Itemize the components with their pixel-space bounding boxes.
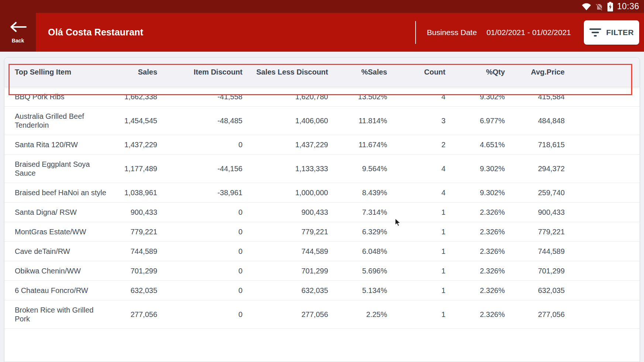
cell-sales: 1,038,961	[115, 188, 157, 197]
cell-count: 3	[387, 116, 445, 125]
cell-item-discount: 0	[157, 227, 242, 236]
cell-count: 1	[387, 266, 445, 275]
cell-avg-price: 294,372	[505, 164, 565, 173]
cell-avg-price: 415,584	[505, 92, 565, 101]
report-content: Top Selling Item Sales Item Discount Sal…	[0, 52, 644, 362]
top-selling-items-table: Top Selling Item Sales Item Discount Sal…	[4, 57, 640, 362]
cell-sales-less-discount: 1,620,780	[242, 92, 328, 101]
cell-pct-sales: 6.329%	[328, 227, 387, 236]
no-sim-icon	[595, 3, 603, 11]
table-row[interactable]: Australia Grilled Beef Tenderloin 1,454,…	[4, 107, 640, 135]
table-header-row: Top Selling Item Sales Item Discount Sal…	[4, 58, 640, 87]
cell-sales: 1,662,338	[115, 92, 157, 101]
cell-avg-price: 744,589	[505, 247, 565, 256]
filter-button-label: FILTER	[606, 28, 634, 37]
table-row[interactable]: Braised Eggplant Soya Sauce 1,177,489 -4…	[4, 155, 640, 183]
cell-pct-sales: 9.564%	[328, 164, 387, 173]
table-row[interactable]: BBQ Pork Ribs 1,662,338 -41,558 1,620,78…	[4, 87, 640, 107]
back-button-label: Back	[12, 38, 24, 44]
table-row[interactable]: 6 Chateau Foncro/RW 632,035 0 632,035 5.…	[4, 281, 640, 300]
cell-item-discount: 0	[157, 310, 242, 319]
column-header-avg-price: Avg.Price	[505, 68, 565, 76]
table-row[interactable]: Santa Rita 120/RW 1,437,229 0 1,437,229 …	[4, 135, 640, 155]
cell-pct-sales: 8.439%	[328, 188, 387, 197]
cell-pct-qty: 9.302%	[445, 188, 505, 197]
column-header-pct-sales: %Sales	[328, 68, 387, 76]
business-date-range[interactable]: 01/02/2021 - 01/02/2021	[486, 28, 571, 37]
cell-sales: 632,035	[115, 286, 157, 295]
cell-pct-sales: 6.048%	[328, 247, 387, 256]
column-header-count: Count	[387, 68, 445, 76]
business-date-label: Business Date	[427, 28, 477, 37]
cell-item: Santa Rita 120/RW	[4, 140, 115, 149]
table-row[interactable]: Santa Digna/ RSW 900,433 0 900,433 7.314…	[4, 203, 640, 222]
app-bar-divider	[415, 21, 416, 44]
cell-sales: 1,454,545	[115, 116, 157, 125]
app-bar: Back Olá Costa Restaurant Business Date …	[0, 13, 644, 52]
wifi-icon	[582, 3, 591, 11]
cell-pct-sales: 2.25%	[328, 310, 387, 319]
cell-pct-qty: 2.326%	[445, 310, 505, 319]
cell-count: 1	[387, 247, 445, 256]
cell-pct-qty: 2.326%	[445, 286, 505, 295]
cell-item-discount: -44,156	[157, 164, 242, 173]
cell-item: MontGras Estate/WW	[4, 227, 115, 236]
app-bar-right: Business Date 01/02/2021 - 01/02/2021 FI…	[415, 13, 644, 52]
cell-item-discount: 0	[157, 266, 242, 275]
cell-item-discount: -48,485	[157, 116, 242, 125]
cell-item: Braised Eggplant Soya Sauce	[4, 160, 115, 177]
cell-sales-less-discount: 744,589	[242, 247, 328, 256]
cell-pct-qty: 9.302%	[445, 164, 505, 173]
cell-item: BBQ Pork Ribs	[4, 92, 115, 101]
cell-item-discount: 0	[157, 208, 242, 217]
cell-count: 1	[387, 227, 445, 236]
cell-pct-sales: 11.814%	[328, 116, 387, 125]
cell-sales-less-discount: 900,433	[242, 208, 328, 217]
cell-sales-less-discount: 1,000,000	[242, 188, 328, 197]
cell-count: 1	[387, 310, 445, 319]
cell-item-discount: 0	[157, 286, 242, 295]
cell-count: 4	[387, 188, 445, 197]
column-header-pct-qty: %Qty	[445, 68, 505, 76]
table-row[interactable]: MontGras Estate/WW 779,221 0 779,221 6.3…	[4, 222, 640, 242]
table-row[interactable]: Cave deTain/RW 744,589 0 744,589 6.048% …	[4, 242, 640, 261]
cell-sales: 1,437,229	[115, 140, 157, 149]
cell-avg-price: 701,299	[505, 266, 565, 275]
cell-pct-sales: 11.674%	[328, 140, 387, 149]
cell-item: Santa Digna/ RSW	[4, 208, 115, 217]
cell-item: Braised beef HaNoi an style	[4, 188, 115, 197]
table-row[interactable]: Obikwa Chenin/WW 701,299 0 701,299 5.696…	[4, 261, 640, 281]
cell-sales: 779,221	[115, 227, 157, 236]
cell-pct-qty: 6.977%	[445, 116, 505, 125]
cell-count: 1	[387, 208, 445, 217]
cell-count: 2	[387, 140, 445, 149]
cell-pct-qty: 9.302%	[445, 92, 505, 101]
cell-pct-qty: 2.326%	[445, 266, 505, 275]
cell-count: 4	[387, 92, 445, 101]
cell-avg-price: 484,848	[505, 116, 565, 125]
column-header-sales-less-discount: Sales Less Discount	[242, 68, 328, 76]
table-row[interactable]: Braised beef HaNoi an style 1,038,961 -3…	[4, 183, 640, 203]
column-header-item-discount: Item Discount	[157, 68, 242, 76]
cell-pct-qty: 2.326%	[445, 247, 505, 256]
cell-sales: 900,433	[115, 208, 157, 217]
cell-item: Australia Grilled Beef Tenderloin	[4, 112, 115, 130]
cell-sales: 701,299	[115, 266, 157, 275]
cell-avg-price: 632,035	[505, 286, 565, 295]
cell-pct-qty: 4.651%	[445, 140, 505, 149]
cell-pct-qty: 2.326%	[445, 227, 505, 236]
column-header-sales: Sales	[115, 68, 157, 76]
cell-sales: 1,177,489	[115, 164, 157, 173]
status-bar: 10:36	[0, 0, 644, 13]
column-header-top-selling-item: Top Selling Item	[4, 68, 115, 76]
cell-sales: 744,589	[115, 247, 157, 256]
cell-count: 1	[387, 286, 445, 295]
cell-item: 6 Chateau Foncro/RW	[4, 286, 115, 295]
status-bar-clock: 10:36	[617, 1, 639, 11]
cell-item-discount: 0	[157, 247, 242, 256]
table-row[interactable]: Broken Rice with Grilled Pork 277,056 0 …	[4, 300, 640, 329]
cell-sales-less-discount: 1,437,229	[242, 140, 328, 149]
cell-sales-less-discount: 701,299	[242, 266, 328, 275]
filter-button[interactable]: FILTER	[584, 20, 639, 45]
back-button[interactable]: Back	[0, 13, 36, 52]
